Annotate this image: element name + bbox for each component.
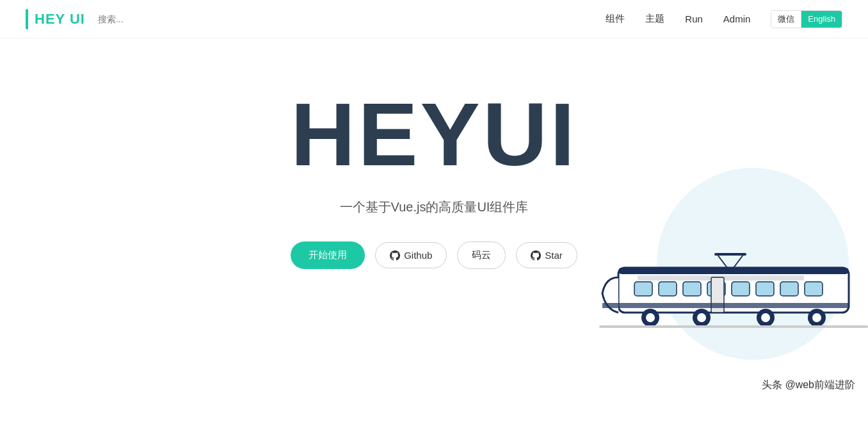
svg-rect-20 [599,325,868,328]
lang-english-button[interactable]: English [801,11,842,28]
navbar: HEY UI 组件 主题 Run Admin 微信 English [0,0,868,38]
svg-rect-3 [659,282,677,296]
language-switcher: 微信 English [771,10,842,28]
gitee-label: 码云 [472,249,491,261]
github-button[interactable]: Github [375,242,447,268]
svg-line-23 [734,255,743,268]
svg-point-17 [761,313,770,322]
svg-rect-21 [618,268,849,274]
brand: HEY UI [26,9,85,29]
svg-rect-2 [634,282,652,296]
svg-rect-6 [732,282,750,296]
search-input[interactable] [98,14,210,24]
gitee-button[interactable]: 码云 [457,241,506,269]
nav-item-admin[interactable]: Admin [723,13,751,24]
svg-point-13 [646,313,655,322]
lang-weixin-button[interactable]: 微信 [771,11,801,28]
hero-subtitle: 一个基于Vue.js的高质量UI组件库 [340,199,529,216]
svg-point-19 [812,313,821,322]
hero-buttons: 开始使用 Github 码云 Star [291,241,577,269]
brand-bar-icon [26,9,28,29]
svg-rect-11 [602,303,849,308]
hero-title: HEYUI [291,90,577,179]
github-icon [390,250,400,261]
star-button[interactable]: Star [516,242,577,268]
search-area[interactable] [98,13,210,25]
svg-rect-4 [683,282,701,296]
github-label: Github [404,250,432,261]
nav-item-components[interactable]: 组件 [606,13,625,25]
nav-item-theme[interactable]: 主题 [645,13,664,25]
train-illustration: 头条 @web前端进阶 [599,219,868,398]
svg-rect-7 [756,282,774,296]
train-svg [599,242,868,347]
svg-point-15 [697,313,706,322]
brand-title[interactable]: HEY UI [35,11,85,28]
watermark: 头条 @web前端进阶 [762,379,855,392]
main-nav: 组件 主题 Run Admin 微信 English [606,10,842,28]
svg-rect-9 [805,282,823,296]
svg-line-22 [718,255,727,268]
nav-item-run[interactable]: Run [685,13,703,24]
hero-section: HEYUI 一个基于Vue.js的高质量UI组件库 开始使用 Github 码云… [0,38,868,424]
start-button[interactable]: 开始使用 [291,241,365,269]
svg-rect-8 [780,282,798,296]
star-label: Star [545,250,563,261]
star-github-icon [531,250,541,261]
svg-rect-24 [714,253,746,256]
